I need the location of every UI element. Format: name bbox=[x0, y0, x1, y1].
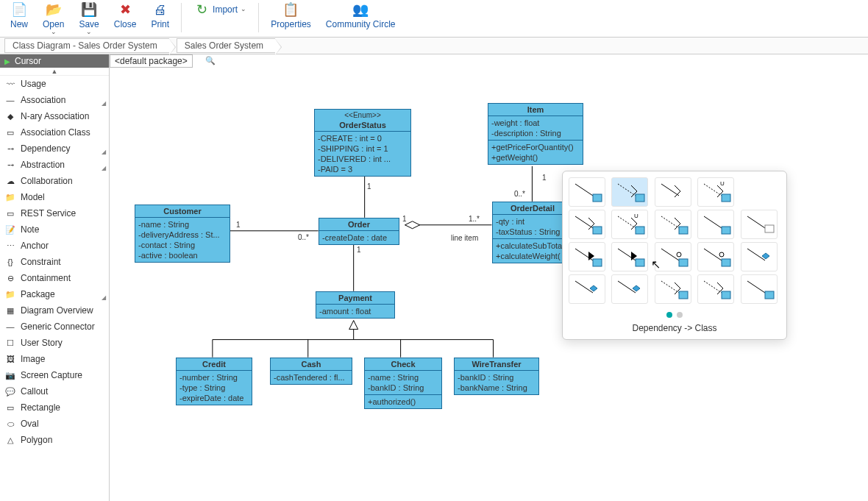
svg-line-44 bbox=[747, 249, 765, 260]
palette-item-usage[interactable]: 〰Usage bbox=[0, 76, 109, 92]
class-orderstatus[interactable]: <<Enum>> OrderStatus -CREATE : int = 0-S… bbox=[314, 109, 411, 177]
class-title: Cash bbox=[271, 358, 352, 371]
resource-cell[interactable] bbox=[697, 242, 734, 271]
breadcrumb: Class Diagram - Sales Order System Sales… bbox=[0, 38, 868, 54]
resource-cell[interactable] bbox=[569, 177, 605, 207]
svg-line-18 bbox=[704, 184, 722, 196]
palette-item-note[interactable]: 📝Note bbox=[0, 221, 109, 238]
palette-item-label: Image bbox=[21, 354, 45, 364]
mult-label: 1 bbox=[542, 174, 547, 182]
resource-cell[interactable] bbox=[569, 242, 605, 271]
resource-cell[interactable] bbox=[569, 210, 605, 239]
palette-item-rectangle[interactable]: ▭Rectangle bbox=[0, 399, 109, 416]
resource-cell[interactable]: U bbox=[611, 210, 648, 239]
palette-item-dependency[interactable]: ⤍Dependency◢ bbox=[0, 141, 109, 157]
class-customer[interactable]: Customer -name : String-deliveryAddress … bbox=[135, 205, 230, 263]
svg-rect-34 bbox=[593, 259, 602, 266]
palette-item-rest-service[interactable]: ▭REST Service bbox=[0, 205, 109, 221]
palette-item-constraint[interactable]: {}Constraint bbox=[0, 254, 109, 270]
pager-dots[interactable] bbox=[569, 310, 780, 320]
palette-item-collaboration[interactable]: ☁Collaboration bbox=[0, 173, 109, 189]
resource-cell[interactable] bbox=[611, 274, 648, 304]
svg-rect-14 bbox=[593, 194, 602, 202]
print-button[interactable]: 🖨Print bbox=[143, 1, 177, 29]
palette-item-user-story[interactable]: ☐User Story bbox=[0, 335, 109, 351]
resource-cell[interactable] bbox=[655, 177, 691, 207]
resource-cell[interactable] bbox=[655, 242, 691, 271]
palette-item-label: Callout bbox=[21, 386, 48, 397]
palette-item-package[interactable]: 📁Package◢ bbox=[0, 286, 109, 302]
import-button[interactable]: ↻Import⌄ bbox=[186, 1, 254, 18]
resource-cell[interactable] bbox=[741, 274, 778, 304]
class-member: -CREATE : int = 0 bbox=[318, 133, 408, 143]
class-credit[interactable]: Credit -number : String-type : String-ex… bbox=[176, 358, 252, 405]
palette-item-abstraction[interactable]: ⤍Abstraction◢ bbox=[0, 157, 109, 173]
palette-item-screen-capture[interactable]: 📷Screen Capture bbox=[0, 367, 109, 383]
breadcrumb-root[interactable]: Class Diagram - Sales Order System bbox=[4, 38, 169, 53]
resource-cell[interactable] bbox=[611, 242, 648, 271]
svg-line-17 bbox=[661, 184, 679, 196]
palette-item-association[interactable]: —Association◢ bbox=[0, 92, 109, 108]
resource-cell[interactable] bbox=[611, 177, 648, 207]
class-member: -cashTendered : fl... bbox=[274, 372, 349, 383]
svg-marker-49 bbox=[633, 285, 640, 291]
palette-item-n-ary-association[interactable]: ◆N-ary Association bbox=[0, 108, 109, 124]
palette-item-label: Model bbox=[21, 192, 45, 202]
palette-item-diagram-overview[interactable]: ▦Diagram Overview bbox=[0, 302, 109, 319]
mult-label: 1 bbox=[236, 221, 241, 229]
resource-cell[interactable]: U bbox=[697, 177, 734, 207]
class-item[interactable]: Item -weight : float-description : Strin… bbox=[488, 103, 583, 165]
new-icon: 📄 bbox=[11, 1, 27, 18]
palette-item-icon: ⊖ bbox=[4, 274, 16, 283]
palette-collapse[interactable]: ▲ bbox=[0, 68, 109, 76]
palette-item-generic-connector[interactable]: —Generic Connector bbox=[0, 319, 109, 335]
class-member: -name : String bbox=[368, 372, 438, 383]
svg-line-15 bbox=[618, 184, 636, 196]
resource-cell[interactable] bbox=[655, 210, 691, 239]
class-title: OrderStatus bbox=[315, 119, 410, 132]
class-member: -expireDate : date bbox=[179, 393, 249, 403]
palette-item-containment[interactable]: ⊖Containment bbox=[0, 270, 109, 286]
class-orderdetail[interactable]: OrderDetail -qty : int-taxStatus : Strin… bbox=[492, 202, 573, 263]
palette-header[interactable]: ▶Cursor bbox=[0, 54, 109, 68]
resource-cell[interactable] bbox=[655, 274, 691, 304]
palette-item-oval[interactable]: ⬭Oval bbox=[0, 416, 109, 432]
class-wiretransfer[interactable]: WireTransfer -bankID : String-bankName :… bbox=[454, 358, 539, 395]
svg-line-23 bbox=[618, 216, 636, 228]
svg-rect-31 bbox=[765, 225, 774, 232]
search-icon[interactable]: 🔍 bbox=[205, 56, 216, 65]
class-payment[interactable]: Payment -amount : float bbox=[316, 291, 395, 319]
class-member: -name : String bbox=[138, 219, 227, 230]
resource-cell[interactable] bbox=[569, 274, 605, 304]
palette-item-image[interactable]: 🖼Image bbox=[0, 351, 109, 367]
palette-item-anchor[interactable]: ⋯Anchor bbox=[0, 238, 109, 254]
resource-cell[interactable] bbox=[697, 274, 734, 304]
class-member: -contact : String bbox=[138, 240, 227, 250]
close-button[interactable]: ✖Close bbox=[107, 1, 144, 29]
palette-item-icon: ▭ bbox=[4, 209, 16, 218]
palette-item-icon: 📁 bbox=[4, 193, 16, 202]
open-button[interactable]: 📂Open⌄ bbox=[35, 1, 71, 35]
properties-button[interactable]: 📋Properties bbox=[263, 1, 319, 29]
palette-item-callout[interactable]: 💬Callout bbox=[0, 383, 109, 399]
mult-label: 1 bbox=[357, 246, 361, 254]
resource-cell[interactable] bbox=[741, 210, 778, 239]
palette-item-association-class[interactable]: ▭Association Class bbox=[0, 124, 109, 141]
class-cash[interactable]: Cash -cashTendered : fl... bbox=[270, 358, 352, 385]
class-title: OrderDetail bbox=[493, 202, 572, 215]
save-button[interactable]: 💾Save⌄ bbox=[71, 1, 106, 35]
resource-cell[interactable] bbox=[697, 210, 734, 239]
class-order[interactable]: Order -createDate : date bbox=[319, 218, 399, 245]
resource-cell[interactable] bbox=[741, 242, 778, 271]
palette-item-model[interactable]: 📁Model bbox=[0, 189, 109, 205]
class-check[interactable]: Check -name : String-bankID : String +au… bbox=[364, 358, 442, 409]
class-title: WireTransfer bbox=[455, 358, 538, 371]
new-button[interactable]: 📄New bbox=[3, 1, 35, 29]
svg-point-42 bbox=[719, 252, 724, 257]
breadcrumb-child[interactable]: Sales Order System bbox=[177, 38, 275, 53]
community-button[interactable]: 👥Community Circle bbox=[319, 1, 403, 29]
package-label[interactable]: <default package> bbox=[110, 54, 193, 68]
svg-line-54 bbox=[747, 281, 765, 293]
palette-item-polygon[interactable]: △Polygon bbox=[0, 432, 109, 448]
svg-rect-27 bbox=[679, 227, 688, 234]
